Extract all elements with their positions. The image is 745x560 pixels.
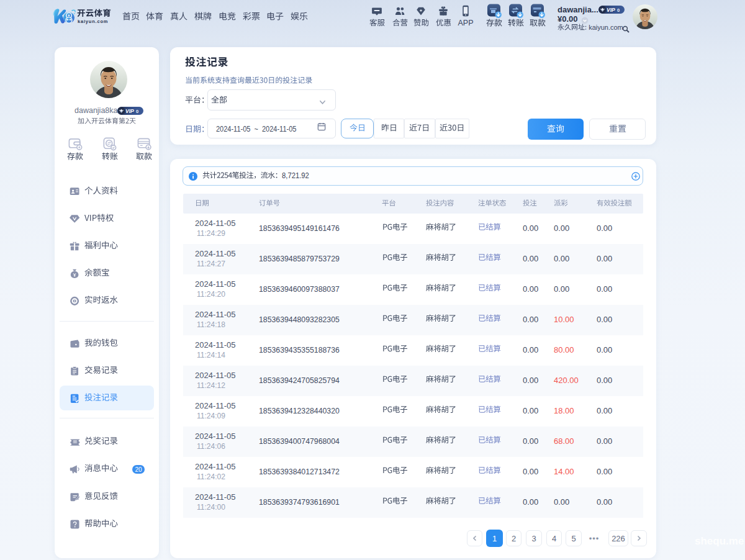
svg-text:0: 0 (136, 109, 138, 114)
svg-text:VIP: VIP (125, 108, 134, 114)
svg-text:0: 0 (617, 7, 620, 13)
svg-text:VIP: VIP (607, 7, 615, 13)
